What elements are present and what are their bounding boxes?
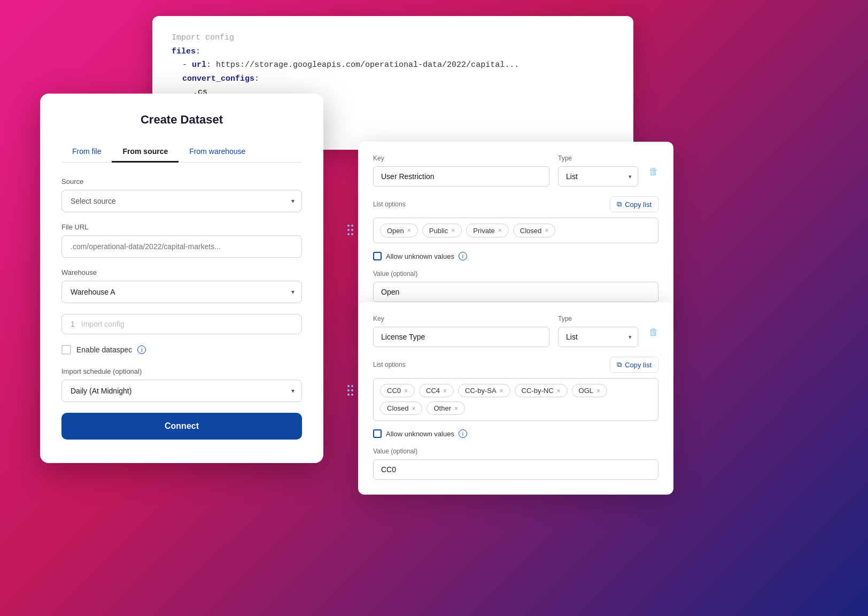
modal-title: Create Dataset xyxy=(61,113,302,127)
import-schedule-select-wrapper: Daily (At Midnight) ▾ xyxy=(61,380,302,402)
tag-open: Open × xyxy=(380,224,418,237)
drag-handle-bottom[interactable] xyxy=(347,385,353,396)
warehouse-chevron-icon: ▾ xyxy=(291,288,294,296)
field-row-1: Key Type List ▾ 🗑 xyxy=(373,155,658,187)
tag-public: Public × xyxy=(422,224,462,237)
key-label-2: Key xyxy=(373,315,549,322)
source-chevron-icon: ▾ xyxy=(291,197,294,205)
value-input-2[interactable] xyxy=(373,459,658,480)
code-convert-key: convert_configs: xyxy=(172,72,614,86)
key-input-1[interactable] xyxy=(373,166,549,187)
value-label-1: Value (optional) xyxy=(373,270,658,278)
import-schedule-label: Import schedule (optional) xyxy=(61,367,302,375)
copy-list-button-2[interactable]: ⧉ Copy list xyxy=(610,357,658,373)
allow-unknown-checkbox-2[interactable] xyxy=(373,429,382,438)
field-row-2: Key Type List ▾ 🗑 xyxy=(373,315,658,347)
tag-cc4: CC4 × xyxy=(419,384,454,397)
code-comment: Import config xyxy=(172,31,614,45)
type-label-2: Type xyxy=(558,315,638,322)
list-options-label-2: List options xyxy=(373,361,406,368)
list-options-header-1: List options ⧉ Copy list xyxy=(373,196,658,212)
tag-cc4-remove[interactable]: × xyxy=(443,387,447,395)
type-select-wrapper-1: List ▾ xyxy=(558,166,638,187)
file-url-input[interactable] xyxy=(61,235,302,258)
allow-unknown-row-1: Allow unknown values i xyxy=(373,252,658,260)
tag-other-remove[interactable]: × xyxy=(454,405,458,412)
value-input-1[interactable] xyxy=(373,282,658,302)
tag-cc-by-nc-remove[interactable]: × xyxy=(557,387,561,395)
import-config-text: Import config xyxy=(81,320,125,328)
tag-private: Private × xyxy=(466,224,508,237)
delete-icon-2[interactable]: 🗑 xyxy=(649,327,658,338)
field-key-group-1: Key xyxy=(373,155,549,187)
source-select-wrapper: Select source ▾ xyxy=(61,190,302,212)
warehouse-select[interactable]: Warehouse A xyxy=(61,281,302,303)
key-label-1: Key xyxy=(373,155,549,162)
allow-unknown-checkbox-1[interactable] xyxy=(373,252,382,260)
allow-unknown-row-2: Allow unknown values i xyxy=(373,429,658,438)
connect-button[interactable]: Connect xyxy=(61,413,302,440)
field-type-group-2: Type List ▾ xyxy=(558,315,638,347)
tag-closed-1: Closed × xyxy=(513,224,555,237)
type-chevron-icon-1: ▾ xyxy=(629,173,632,180)
source-label: Source xyxy=(61,178,302,186)
tag-ogl-remove[interactable]: × xyxy=(596,387,600,395)
tag-ogl: OGL × xyxy=(572,384,607,397)
enable-dataspec-row: Enable dataspec i xyxy=(61,345,302,355)
value-label-2: Value (optional) xyxy=(373,448,658,455)
allow-unknown-label-2: Allow unknown values xyxy=(386,430,454,438)
import-config-row[interactable]: 1 Import config xyxy=(61,314,302,334)
drag-handle-top[interactable] xyxy=(347,225,353,235)
tag-closed-2-remove[interactable]: × xyxy=(412,405,415,412)
code-url-line: - url: https://storage.googleapis.com/op… xyxy=(172,58,614,72)
type-label-1: Type xyxy=(558,155,638,162)
tab-from-source[interactable]: From source xyxy=(112,142,179,163)
delete-icon-1[interactable]: 🗑 xyxy=(649,166,658,178)
import-schedule-group: Import schedule (optional) Daily (At Mid… xyxy=(61,367,302,402)
warehouse-label: Warehouse xyxy=(61,268,302,276)
type-select-wrapper-2: List ▾ xyxy=(558,327,638,347)
code-files-key: files: xyxy=(172,45,614,59)
tag-cc-by-sa-remove[interactable]: × xyxy=(500,387,503,395)
list-options-header-2: List options ⧉ Copy list xyxy=(373,357,658,373)
source-select[interactable]: Select source xyxy=(61,190,302,212)
file-url-group: File URL xyxy=(61,223,302,258)
copy-icon-2: ⧉ xyxy=(617,360,622,369)
enable-dataspec-checkbox[interactable] xyxy=(61,345,71,355)
enable-dataspec-label: Enable dataspec xyxy=(76,345,132,354)
tag-cc-by-sa: CC-by-SA × xyxy=(458,384,510,397)
tab-from-warehouse[interactable]: From warehouse xyxy=(179,142,256,163)
warehouse-group: Warehouse Warehouse A ▾ xyxy=(61,268,302,303)
field-type-group-1: Type List ▾ xyxy=(558,155,638,187)
field-config-panel-2: Key Type List ▾ 🗑 List options ⧉ Copy li… xyxy=(358,302,673,495)
create-dataset-modal: Create Dataset From file From source Fro… xyxy=(40,94,323,463)
tab-from-file[interactable]: From file xyxy=(61,142,112,163)
import-config-num: 1 xyxy=(71,320,75,328)
import-schedule-select[interactable]: Daily (At Midnight) xyxy=(61,380,302,402)
tag-closed-1-remove[interactable]: × xyxy=(545,227,548,234)
tag-closed-2: Closed × xyxy=(380,402,422,415)
list-options-label-1: List options xyxy=(373,201,406,208)
allow-unknown-info-icon-1[interactable]: i xyxy=(459,252,467,260)
type-chevron-icon-2: ▾ xyxy=(629,334,632,341)
tag-private-remove[interactable]: × xyxy=(498,227,502,234)
tag-cc-by-nc: CC-by-NC × xyxy=(515,384,568,397)
enable-dataspec-info-icon[interactable]: i xyxy=(137,345,146,354)
key-input-2[interactable] xyxy=(373,327,549,347)
field-config-panel-1: Key Type List ▾ 🗑 List options ⧉ Copy li… xyxy=(358,142,673,317)
allow-unknown-info-icon-2[interactable]: i xyxy=(459,429,467,438)
tag-public-remove[interactable]: × xyxy=(451,227,455,234)
copy-list-button-1[interactable]: ⧉ Copy list xyxy=(610,196,658,212)
tag-cc0: CC0 × xyxy=(380,384,415,397)
type-select-2[interactable]: List xyxy=(558,327,638,347)
tabs-container: From file From source From warehouse xyxy=(61,142,302,163)
tag-other: Other × xyxy=(427,402,465,415)
tags-container-1: Open × Public × Private × Closed × xyxy=(373,218,658,243)
tag-open-remove[interactable]: × xyxy=(407,227,411,234)
type-select-1[interactable]: List xyxy=(558,166,638,187)
field-key-group-2: Key xyxy=(373,315,549,347)
import-schedule-chevron-icon: ▾ xyxy=(291,387,294,395)
tag-cc0-remove[interactable]: × xyxy=(404,387,408,395)
copy-icon-1: ⧉ xyxy=(617,200,622,209)
warehouse-select-wrapper: Warehouse A ▾ xyxy=(61,281,302,303)
